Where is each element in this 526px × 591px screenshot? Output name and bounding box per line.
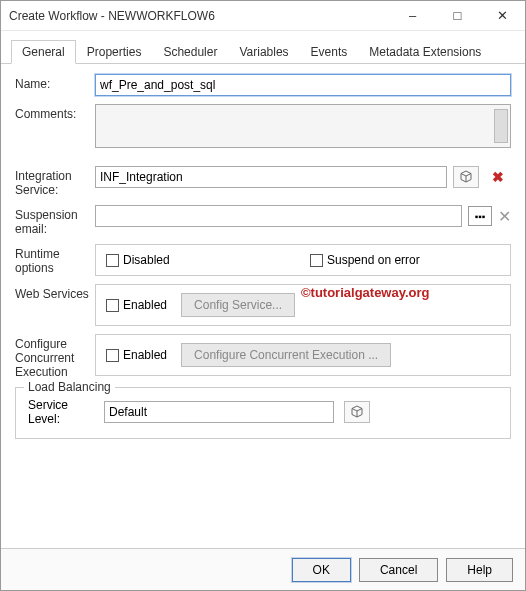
tab-events[interactable]: Events <box>300 40 359 64</box>
comments-label: Comments: <box>15 104 95 121</box>
runtime-options-frame: Disabled Suspend on error <box>95 244 511 276</box>
tab-properties[interactable]: Properties <box>76 40 153 64</box>
tab-strip: General Properties Scheduler Variables E… <box>1 31 525 64</box>
name-label: Name: <box>15 74 95 91</box>
cce-enabled-label: Enabled <box>123 348 167 362</box>
comments-input[interactable] <box>95 104 511 148</box>
cce-configure-button[interactable]: Configure Concurrent Execution ... <box>181 343 391 367</box>
tab-variables[interactable]: Variables <box>228 40 299 64</box>
maximize-button[interactable]: □ <box>435 1 480 30</box>
load-balancing-fieldset: Load Balancing Service Level: Default <box>15 387 511 439</box>
web-services-enabled-label: Enabled <box>123 298 167 312</box>
config-service-button[interactable]: Config Service... <box>181 293 295 317</box>
browse-service-button[interactable] <box>453 166 479 188</box>
suspension-label: Suspension email: <box>15 205 95 236</box>
form-area: Name: Comments: Integration Service: INF… <box>1 64 525 449</box>
ok-button[interactable]: OK <box>292 558 351 582</box>
web-services-enabled-checkbox[interactable] <box>106 299 119 312</box>
cce-frame: Enabled Configure Concurrent Execution .… <box>95 334 511 376</box>
cancel-button[interactable]: Cancel <box>359 558 438 582</box>
service-level-browse-button[interactable] <box>344 401 370 423</box>
titlebar-controls: – □ ✕ <box>390 1 525 30</box>
service-level-label: Service Level: <box>28 398 94 426</box>
name-input[interactable] <box>95 74 511 96</box>
minimize-button[interactable]: – <box>390 1 435 30</box>
clear-service-button[interactable]: ✖ <box>485 166 511 188</box>
dialog-button-bar: OK Cancel Help <box>1 548 525 590</box>
window-title: Create Workflow - NEWWORKFLOW6 <box>9 9 390 23</box>
integration-input[interactable]: INF_Integration <box>95 166 447 188</box>
watermark: ©tutorialgateway.org <box>301 285 430 300</box>
disabled-label: Disabled <box>123 253 170 267</box>
disabled-checkbox[interactable] <box>106 254 119 267</box>
cce-enabled-checkbox[interactable] <box>106 349 119 362</box>
clear-email-button[interactable]: ✕ <box>498 207 511 226</box>
integration-label: Integration Service: <box>15 166 95 197</box>
suspension-email-input[interactable] <box>95 205 462 227</box>
service-level-input[interactable]: Default <box>104 401 334 423</box>
cce-label: Configure Concurrent Execution <box>15 334 95 379</box>
tab-general[interactable]: General <box>11 40 76 64</box>
web-services-label: Web Services <box>15 284 95 301</box>
suspend-on-error-label: Suspend on error <box>327 253 420 267</box>
tab-metadata[interactable]: Metadata Extensions <box>358 40 492 64</box>
titlebar: Create Workflow - NEWWORKFLOW6 – □ ✕ <box>1 1 525 31</box>
cube-icon <box>459 170 473 184</box>
help-button[interactable]: Help <box>446 558 513 582</box>
close-button[interactable]: ✕ <box>480 1 525 30</box>
cube-icon <box>350 405 364 419</box>
runtime-label: Runtime options <box>15 244 95 275</box>
load-balancing-legend: Load Balancing <box>24 380 115 394</box>
email-options-button[interactable]: ▪▪▪ <box>468 206 492 226</box>
suspend-on-error-checkbox[interactable] <box>310 254 323 267</box>
tab-scheduler[interactable]: Scheduler <box>152 40 228 64</box>
